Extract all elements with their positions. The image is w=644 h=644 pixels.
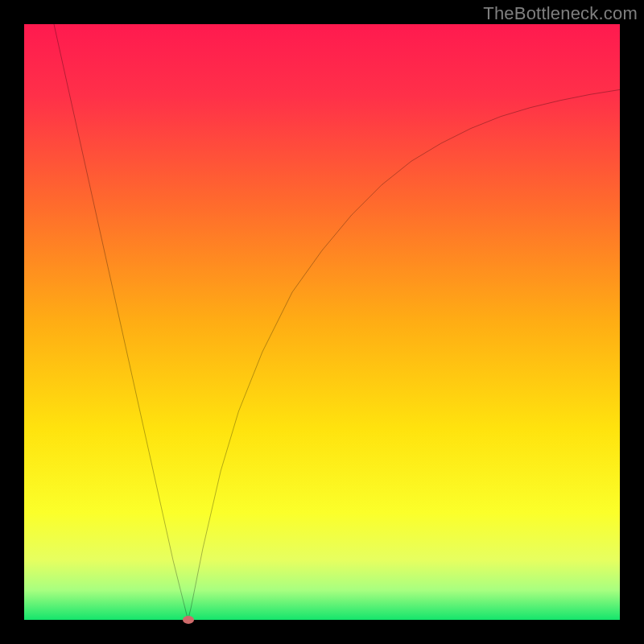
chart-frame: TheBottleneck.com (0, 0, 644, 644)
optimal-point-marker (183, 616, 194, 624)
attribution-label: TheBottleneck.com (483, 3, 638, 24)
gradient-background (24, 24, 620, 620)
bottleneck-chart (24, 24, 620, 620)
